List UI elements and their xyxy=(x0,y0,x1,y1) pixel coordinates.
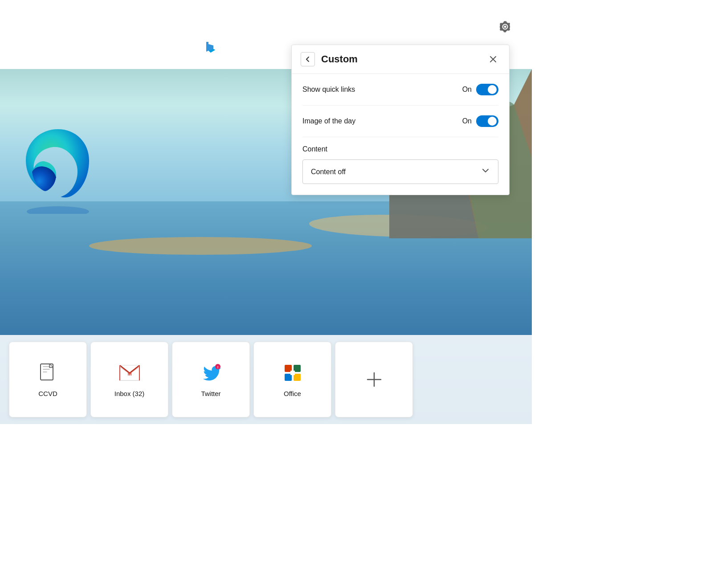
quick-link-add[interactable] xyxy=(335,342,413,417)
gmail-icon: M xyxy=(119,362,140,384)
inbox-label: Inbox (32) xyxy=(114,390,145,397)
office-icon xyxy=(282,362,303,384)
panel-body: Show quick links On Image of the day On … xyxy=(292,74,509,195)
quick-links-status: On xyxy=(462,86,472,94)
quick-links-label: Show quick links xyxy=(302,86,355,94)
ccvd-label: CCVD xyxy=(38,390,57,397)
quick-link-inbox[interactable]: M Inbox (32) xyxy=(90,342,168,417)
quick-links-toggle-right: On xyxy=(462,84,498,95)
image-of-day-toggle[interactable] xyxy=(476,115,498,127)
image-of-day-status: On xyxy=(462,117,472,125)
svg-text:M: M xyxy=(127,371,131,376)
content-dropdown[interactable]: Content off xyxy=(302,159,498,184)
quick-link-office[interactable]: Office xyxy=(253,342,331,417)
quick-links-toggle[interactable] xyxy=(476,84,498,95)
chevron-down-icon xyxy=(481,166,490,177)
quick-links-bar: CCVD M Inbox (32) xyxy=(0,335,532,424)
show-quick-links-row: Show quick links On xyxy=(302,74,498,106)
svg-rect-10 xyxy=(290,371,295,375)
quick-link-ccvd[interactable]: CCVD xyxy=(9,342,87,417)
bing-logo xyxy=(203,40,219,60)
quick-link-twitter[interactable]: ! Twitter xyxy=(172,342,250,417)
image-of-day-toggle-right: On xyxy=(462,115,498,127)
content-section: Content Content off xyxy=(302,137,498,184)
dropdown-value: Content off xyxy=(311,168,346,176)
custom-panel: Custom Show quick links On Image of the … xyxy=(291,45,510,195)
add-icon xyxy=(363,369,385,390)
svg-point-0 xyxy=(27,206,89,214)
edge-logo xyxy=(13,125,102,214)
image-of-day-row: Image of the day On xyxy=(302,106,498,137)
sand-bar-1 xyxy=(89,237,312,255)
close-button[interactable] xyxy=(486,52,500,66)
twitter-icon: ! xyxy=(200,362,222,384)
panel-title: Custom xyxy=(321,53,486,65)
panel-header: Custom xyxy=(292,45,509,74)
gear-button[interactable] xyxy=(496,18,514,36)
document-icon xyxy=(39,362,57,384)
svg-text:!: ! xyxy=(217,365,218,369)
content-label: Content xyxy=(302,145,498,153)
twitter-label: Twitter xyxy=(201,390,220,397)
back-button[interactable] xyxy=(301,52,315,66)
image-of-day-label: Image of the day xyxy=(302,117,355,125)
office-label: Office xyxy=(284,390,301,397)
